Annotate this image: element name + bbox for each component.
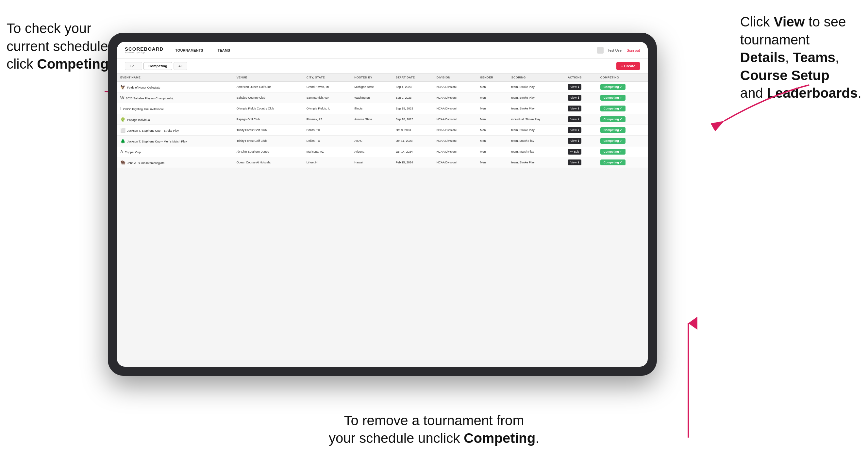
team-logo: 🦬 (120, 160, 125, 165)
view-button[interactable]: View ℹ (568, 116, 581, 122)
app-header: SCOREBOARD Powered by clipp TOURNAMENTS … (117, 42, 648, 59)
view-button[interactable]: View ℹ (568, 127, 581, 133)
competing-button[interactable]: Competing ✓ (600, 149, 626, 155)
filter-tabs: Ho... Competing All (125, 62, 187, 70)
cell-actions: View ℹ (564, 114, 597, 125)
cell-city_state: Maricopa, AZ (303, 147, 351, 157)
event-name-cell: ⬜Jackson T. Stephens Cup – Stroke Play (117, 125, 233, 136)
cell-hosted_by (351, 125, 393, 136)
view-button[interactable]: View ℹ (568, 138, 581, 144)
col-start-date: START DATE (393, 73, 433, 82)
table-row: ⬜Jackson T. Stephens Cup – Stroke PlayTr… (117, 125, 648, 136)
col-scoring: SCORING (508, 73, 565, 82)
competing-button[interactable]: Competing ✓ (600, 105, 626, 112)
event-name-text: John A. Burns Intercollegiate (127, 161, 165, 165)
cell-gender: Men (477, 114, 508, 125)
filter-bar: Ho... Competing All + Create (117, 59, 648, 73)
info-icon: ℹ (578, 118, 579, 121)
cell-division: NCAA Division I (433, 125, 477, 136)
annotation-bottom: To remove a tournament from your schedul… (329, 412, 539, 447)
tablet-screen: SCOREBOARD Powered by clipp TOURNAMENTS … (117, 42, 648, 367)
cell-scoring: team, Stroke Play (508, 125, 565, 136)
info-icon: ℹ (578, 128, 579, 132)
competing-button[interactable]: Competing ✓ (600, 95, 626, 101)
cell-hosted_by: Washington (351, 92, 393, 103)
cell-hosted_by: Hawaii (351, 157, 393, 168)
team-logo: W (120, 95, 124, 100)
cell-hosted_by: Arizona (351, 147, 393, 157)
create-button[interactable]: + Create (616, 62, 640, 70)
header-left: SCOREBOARD Powered by clipp TOURNAMENTS … (125, 46, 233, 54)
cell-city_state: Phoenix, AZ (303, 114, 351, 125)
event-name-cell: 🦬John A. Burns Intercollegiate (117, 157, 233, 168)
view-button[interactable]: View ℹ (568, 95, 581, 101)
table-row: W2023 Sahalee Players ChampionshipSahale… (117, 92, 648, 103)
tournaments-table: EVENT NAME VENUE CITY, STATE HOSTED BY S… (117, 73, 648, 168)
cell-gender: Men (477, 136, 508, 147)
cell-venue: Olympia Fields Country Club (233, 103, 303, 114)
cell-actions: View ℹ (564, 136, 597, 147)
cell-gender: Men (477, 125, 508, 136)
cell-actions: View ℹ (564, 92, 597, 103)
table-container: EVENT NAME VENUE CITY, STATE HOSTED BY S… (117, 73, 648, 365)
view-button[interactable]: View ℹ (568, 159, 581, 165)
competing-button[interactable]: Competing ✓ (600, 116, 626, 122)
nav-teams[interactable]: TEAMS (215, 47, 233, 54)
team-logo: 🌵 (120, 117, 125, 122)
competing-button[interactable]: Competing ✓ (600, 127, 626, 133)
table-row: ACopper CupAk-Chin Southern DunesMaricop… (117, 147, 648, 157)
cell-division: NCAA Division I (433, 157, 477, 168)
event-name-text: Folds of Honor Collegiate (127, 86, 160, 89)
cell-actions: ✏ Edit (564, 147, 597, 157)
event-name-text: 2023 Sahalee Players Championship (126, 97, 174, 100)
event-name-cell: W2023 Sahalee Players Championship (117, 92, 233, 103)
cell-gender: Men (477, 147, 508, 157)
logo-block: SCOREBOARD Powered by clipp (125, 46, 163, 54)
col-actions: ACTIONS (564, 73, 597, 82)
edit-button[interactable]: ✏ Edit (568, 149, 581, 155)
cell-venue: Ocean Course At Hokuala (233, 157, 303, 168)
user-icon (597, 47, 603, 54)
competing-button[interactable]: Competing ✓ (600, 138, 626, 144)
table-body: 🦅Folds of Honor CollegiateAmerican Dunes… (117, 82, 648, 168)
event-name-cell: 🌲Jackson T. Stephens Cup – Men's Match P… (117, 136, 233, 147)
logo-sub: Powered by clipp (125, 51, 163, 54)
view-button[interactable]: View ℹ (568, 84, 581, 90)
cell-start_date: Sep 18, 2023 (393, 114, 433, 125)
cell-division: NCAA Division I (433, 103, 477, 114)
col-hosted-by: HOSTED BY (351, 73, 393, 82)
info-icon: ℹ (578, 96, 579, 99)
cell-competing: Competing ✓ (597, 92, 648, 103)
cell-scoring: team, Match Play (508, 136, 565, 147)
cell-scoring: team, Match Play (508, 147, 565, 157)
info-icon: ℹ (578, 161, 579, 164)
logo-title: SCOREBOARD (125, 46, 163, 51)
competing-button[interactable]: Competing ✓ (600, 159, 626, 165)
cell-venue: Trinity Forest Golf Club (233, 125, 303, 136)
team-logo: ⬜ (120, 128, 125, 133)
table-row: IOFCC Fighting Illini InvitationalOlympi… (117, 103, 648, 114)
nav-tournaments[interactable]: TOURNAMENTS (173, 47, 206, 54)
col-division: DIVISION (433, 73, 477, 82)
team-logo: 🌲 (120, 138, 125, 144)
cell-competing: Competing ✓ (597, 82, 648, 92)
info-icon: ℹ (578, 85, 579, 89)
tab-all[interactable]: All (174, 62, 187, 70)
cell-competing: Competing ✓ (597, 157, 648, 168)
signout-text[interactable]: Sign out (627, 49, 640, 52)
arrow-bottom (656, 317, 721, 441)
cell-scoring: team, Stroke Play (508, 82, 565, 92)
team-logo: I (120, 106, 122, 111)
view-button[interactable]: View ℹ (568, 105, 581, 112)
tab-competing[interactable]: Competing (144, 62, 172, 70)
cell-city_state: Grand Haven, MI (303, 82, 351, 92)
cell-scoring: individual, Stroke Play (508, 114, 565, 125)
competing-button[interactable]: Competing ✓ (600, 84, 626, 90)
col-event-name: EVENT NAME (117, 73, 233, 82)
event-name-cell: ACopper Cup (117, 147, 233, 157)
cell-venue: Papago Golf Club (233, 114, 303, 125)
tab-home[interactable]: Ho... (125, 62, 142, 70)
cell-gender: Men (477, 92, 508, 103)
table-row: 🦅Folds of Honor CollegiateAmerican Dunes… (117, 82, 648, 92)
event-name-cell: IOFCC Fighting Illini Invitational (117, 103, 233, 114)
